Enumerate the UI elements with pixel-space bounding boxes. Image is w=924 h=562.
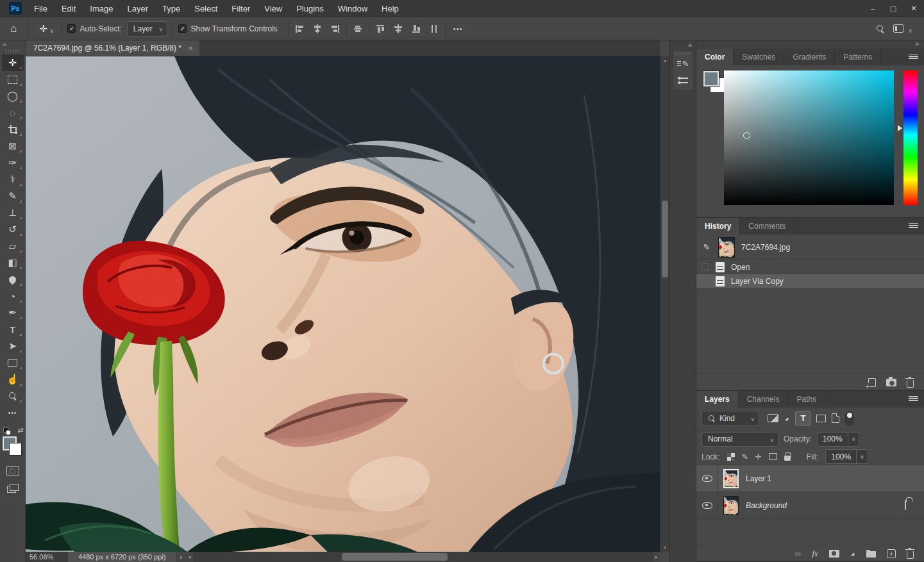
path-selection-tool[interactable]: ➤ — [2, 338, 24, 354]
snapshot-thumbnail[interactable] — [718, 237, 735, 258]
lock-position-icon[interactable]: ✛ — [755, 452, 762, 461]
show-transform-checkbox[interactable]: ✓ — [178, 24, 187, 33]
tab-color[interactable]: Color — [696, 49, 734, 65]
menu-type[interactable]: Type — [155, 0, 187, 17]
foreground-color-swatch-panel[interactable] — [703, 71, 719, 87]
minimize-button[interactable]: – — [862, 0, 883, 17]
align-right-icon[interactable] — [330, 23, 341, 35]
expand-panels-icon[interactable]: « — [688, 41, 692, 49]
layer-name[interactable]: Background — [746, 501, 787, 510]
new-adjustment-layer-icon[interactable]: ◑ — [847, 548, 858, 559]
canvas[interactable] — [26, 56, 660, 552]
menu-layer[interactable]: Layer — [121, 0, 156, 17]
hue-slider-arrow[interactable] — [898, 125, 902, 131]
lasso-tool[interactable]: ◯ — [2, 88, 24, 104]
blur-tool[interactable] — [2, 271, 24, 288]
eyedropper-tool[interactable]: ✑ — [2, 154, 24, 171]
align-horizontal-centers-icon[interactable] — [312, 23, 323, 35]
menu-filter[interactable]: Filter — [224, 0, 257, 17]
history-state-layer-via-copy[interactable]: Layer Via Copy — [696, 274, 924, 288]
status-expand-icon[interactable]: › — [180, 553, 182, 561]
object-selection-tool[interactable]: ◌ — [2, 104, 24, 121]
menu-file[interactable]: File — [27, 0, 55, 17]
opacity-dropdown[interactable]: 100% ∨ — [817, 432, 859, 447]
layer-row-layer-1[interactable]: Layer 1 — [696, 465, 924, 492]
menu-select[interactable]: Select — [187, 0, 224, 17]
frame-tool[interactable]: ⊠ — [2, 138, 24, 154]
color-panel-menu-icon[interactable] — [909, 54, 918, 60]
screen-mode-button[interactable] — [7, 484, 19, 493]
lock-artboard-icon[interactable] — [769, 453, 777, 460]
tab-layers[interactable]: Layers — [696, 391, 739, 408]
background-lock-icon[interactable] — [905, 500, 906, 509]
lock-all-icon[interactable] — [784, 456, 791, 461]
history-state-open[interactable]: Open — [696, 260, 924, 274]
layer-visibility-eye-icon[interactable] — [702, 475, 712, 482]
zoom-tool[interactable] — [2, 388, 24, 404]
layer-filter-dropdown[interactable]: Kind ∨ — [701, 411, 759, 426]
tab-comments[interactable]: Comments — [740, 218, 794, 235]
align-vertical-centers-icon[interactable] — [352, 23, 364, 35]
filter-smart-objects-icon[interactable] — [832, 413, 839, 423]
document-tab[interactable]: 7C2A7694.jpg @ 56.1% (Layer 1, RGB/8) * … — [26, 40, 199, 56]
lock-transparent-pixels-icon[interactable] — [727, 453, 735, 461]
hand-tool[interactable]: ☝ — [2, 371, 24, 388]
tool-preset-chevron-icon[interactable]: ∨ — [50, 28, 55, 34]
filter-pixel-layers-icon[interactable] — [768, 414, 778, 422]
pen-tool[interactable]: ✒ — [2, 304, 24, 321]
quick-mask-button[interactable] — [6, 466, 19, 476]
layer-style-fx-icon[interactable]: fx — [812, 549, 818, 559]
filter-shape-layers-icon[interactable] — [816, 415, 826, 422]
collapse-panels-icon[interactable]: » — [915, 40, 919, 47]
layer-thumbnail[interactable] — [723, 469, 739, 488]
history-snapshot-row[interactable]: ✎ 7C2A7694.jpg — [696, 235, 924, 260]
layer-thumbnail[interactable] — [723, 496, 739, 515]
add-layer-mask-icon[interactable] — [829, 550, 839, 558]
saturation-brightness-field[interactable] — [724, 70, 894, 205]
brush-settings-panel-icon[interactable]: ✎ — [673, 55, 693, 72]
tab-swatches[interactable]: Swatches — [734, 49, 784, 65]
delete-layer-icon[interactable] — [907, 549, 914, 559]
spot-healing-brush-tool[interactable]: ⚕ — [2, 171, 24, 188]
menu-help[interactable]: Help — [374, 0, 406, 17]
close-button[interactable]: ✕ — [903, 0, 924, 17]
hue-slider[interactable] — [903, 70, 918, 205]
gradient-tool[interactable]: ◧ — [2, 254, 24, 271]
tab-history[interactable]: History — [696, 218, 740, 235]
toolbar-expand-icon[interactable]: » — [3, 41, 6, 48]
layer-name[interactable]: Layer 1 — [746, 474, 771, 483]
history-source-checkbox[interactable] — [701, 277, 709, 285]
edit-toolbar-button[interactable]: ••• — [2, 404, 24, 421]
new-group-icon[interactable] — [866, 549, 876, 558]
lock-image-pixels-icon[interactable]: ✎ — [742, 452, 748, 461]
menu-plugins[interactable]: Plugins — [289, 0, 331, 17]
filter-type-layers-icon[interactable]: T — [795, 411, 811, 426]
color-field-cursor[interactable] — [743, 132, 750, 139]
maximize-button[interactable]: ▢ — [883, 0, 903, 17]
blend-mode-dropdown[interactable]: Normal ∨ — [701, 432, 778, 447]
photoshop-logo[interactable]: Ps — [9, 2, 22, 15]
default-colors-icon[interactable] — [3, 427, 11, 435]
tab-patterns[interactable]: Patterns — [835, 49, 881, 65]
scroll-up-icon[interactable]: ▴ — [660, 58, 669, 63]
clone-stamp-tool[interactable]: ⊥ — [2, 204, 24, 221]
rectangle-tool[interactable] — [2, 354, 24, 371]
menu-view[interactable]: View — [257, 0, 289, 17]
move-tool-preset-icon[interactable]: ✛ — [39, 23, 47, 35]
workspace-switcher-icon[interactable] — [893, 24, 903, 33]
home-icon[interactable]: ⌂ — [10, 22, 17, 35]
align-top-icon[interactable] — [374, 23, 386, 35]
distribute-vertical-centers-icon[interactable] — [392, 23, 404, 35]
layers-panel-menu-icon[interactable] — [909, 396, 918, 402]
move-tool[interactable]: ✛ — [2, 54, 24, 71]
zoom-level-field[interactable]: 56.06% — [26, 552, 68, 562]
tab-close-icon[interactable]: ✕ — [188, 45, 193, 52]
link-layers-icon[interactable]: ∞ — [795, 549, 801, 558]
new-snapshot-icon[interactable] — [886, 379, 896, 386]
align-bottom-icon[interactable] — [410, 23, 422, 35]
layer-visibility-eye-icon[interactable] — [702, 502, 712, 509]
more-options-icon[interactable]: ••• — [453, 25, 463, 33]
menu-edit[interactable]: Edit — [55, 0, 83, 17]
auto-select-mode-dropdown[interactable]: Layer ∨ — [127, 21, 168, 37]
swap-colors-icon[interactable]: ⇄ — [17, 426, 23, 434]
